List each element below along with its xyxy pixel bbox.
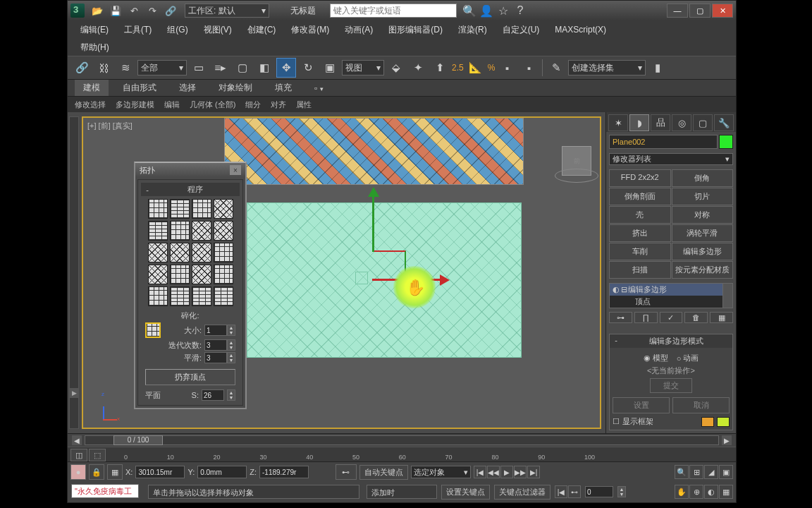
bind-icon[interactable]: ≋ bbox=[116, 58, 135, 78]
menu-create[interactable]: 创建(C) bbox=[240, 22, 283, 38]
x-coord-field[interactable]: 3010.15mr bbox=[135, 466, 185, 478]
trackbar-minicurve-icon[interactable]: ◫ bbox=[70, 449, 87, 461]
topo-pattern-7[interactable] bbox=[192, 221, 211, 241]
topo-pattern-18[interactable] bbox=[170, 286, 190, 306]
topo-pattern-15[interactable] bbox=[192, 265, 211, 284]
ts-next[interactable]: ▶ bbox=[722, 435, 732, 445]
topo-size-field[interactable] bbox=[204, 325, 227, 336]
menu-animation[interactable]: 动画(A) bbox=[338, 22, 380, 38]
stack-unique-icon[interactable]: ✓ bbox=[660, 312, 683, 323]
topo-pattern-14[interactable] bbox=[170, 265, 190, 284]
topo-pattern-16[interactable] bbox=[214, 265, 233, 284]
keyfilter-button[interactable]: 关键点过滤器 bbox=[494, 485, 550, 500]
rollout-title[interactable]: 编辑多边形模式 bbox=[621, 336, 731, 346]
topo-pattern-12[interactable] bbox=[214, 243, 233, 262]
goto-start-icon[interactable]: |◀ bbox=[474, 466, 486, 478]
time-ruler[interactable]: ◫ ⬚ 0 10 20 30 40 50 60 70 80 90 100 bbox=[68, 447, 736, 462]
y-coord-field[interactable]: 0.0mm bbox=[197, 466, 247, 478]
selection-filter-dropdown[interactable]: 全部▾ bbox=[137, 60, 187, 75]
stack-remove-icon[interactable]: 🗑 bbox=[684, 312, 708, 323]
ribbon-panel-edit[interactable]: 编辑 bbox=[160, 98, 184, 111]
mod-btn-sweep[interactable]: 扫描 bbox=[609, 261, 671, 279]
add-time-tag[interactable]: 添加时 bbox=[367, 485, 437, 499]
topo-plane-label[interactable]: 平面 bbox=[145, 390, 161, 401]
mod-btn-ffd[interactable]: FFD 2x2x2 bbox=[609, 169, 671, 187]
stack-item-vertex[interactable]: 顶点 bbox=[635, 296, 651, 307]
mod-btn-turbosmooth[interactable]: 涡轮平滑 bbox=[672, 224, 734, 242]
z-coord-field[interactable]: -1189.279r bbox=[259, 466, 309, 478]
select-region-icon[interactable]: ▢ bbox=[233, 58, 252, 78]
favorite-icon[interactable]: ☆ bbox=[496, 4, 510, 18]
stack-scrollbar[interactable] bbox=[722, 284, 732, 308]
mod-btn-bevelprofile[interactable]: 倒角剖面 bbox=[609, 188, 671, 205]
goto-end-icon[interactable]: ▶| bbox=[527, 466, 540, 478]
plane-object-1[interactable] bbox=[224, 118, 524, 185]
stack-pin-icon[interactable]: ⊶ bbox=[609, 312, 632, 323]
named-selection-dropdown[interactable]: 创建选择集▾ bbox=[568, 60, 646, 75]
cmd-tab-modify-icon[interactable]: ◗ bbox=[629, 114, 649, 131]
mirror-icon[interactable]: ▮ bbox=[648, 58, 668, 78]
ribbon-tab-freeform[interactable]: 自由形式 bbox=[114, 80, 165, 96]
menu-modifier[interactable]: 修改器(M) bbox=[284, 22, 336, 38]
topo-frag-swatch[interactable] bbox=[145, 322, 161, 338]
stack-item-editpoly[interactable]: 编辑多边形 bbox=[628, 284, 667, 295]
pivot-icon[interactable]: ⬙ bbox=[386, 58, 406, 78]
topo-smooth-field[interactable] bbox=[204, 352, 227, 363]
ribbon-panel-geom[interactable]: 几何体 (全部) bbox=[185, 98, 240, 111]
prev-frame-icon[interactable]: ◀◀ bbox=[487, 466, 500, 478]
mod-btn-extrude[interactable]: 挤出 bbox=[609, 224, 671, 242]
settings-button[interactable]: 设置 bbox=[613, 397, 670, 413]
rotate-tool-icon[interactable]: ↻ bbox=[298, 58, 318, 78]
topo-pattern-19[interactable] bbox=[192, 286, 211, 306]
link-icon[interactable]: 🔗 bbox=[162, 3, 179, 18]
ts-thumb[interactable]: 0 / 100 bbox=[113, 435, 163, 445]
scale-tool-icon[interactable]: ▣ bbox=[320, 58, 340, 78]
topo-pattern-9[interactable] bbox=[148, 243, 168, 262]
topo-pattern-5[interactable] bbox=[148, 221, 168, 241]
mod-btn-matbyelem[interactable]: 按元素分配材质 bbox=[672, 261, 734, 279]
menu-group[interactable]: 组(G) bbox=[160, 22, 195, 38]
topo-s-spinner[interactable]: ▲▼ bbox=[227, 389, 235, 401]
keymode-icon[interactable]: ⊷ bbox=[336, 464, 357, 480]
ref-coord-dropdown[interactable]: 视图▾ bbox=[342, 60, 384, 75]
topo-pattern-1[interactable] bbox=[148, 199, 168, 219]
cmd-tab-motion-icon[interactable]: ◎ bbox=[672, 114, 691, 131]
radio-anim[interactable]: ○动画 bbox=[677, 353, 699, 363]
trackbar-keys-icon[interactable]: ⬚ bbox=[89, 449, 106, 461]
nav-orbit-icon[interactable]: ⊕ bbox=[689, 485, 703, 499]
topo-pattern-2[interactable] bbox=[170, 199, 190, 219]
menu-tools[interactable]: 工具(T) bbox=[117, 22, 159, 38]
key-filters-dropdown[interactable]: 选定对象▾ bbox=[411, 466, 471, 478]
redo-icon[interactable]: ↷ bbox=[144, 3, 161, 18]
ribbon-panel-subdiv[interactable]: 细分 bbox=[241, 98, 265, 111]
manip-icon[interactable]: ✦ bbox=[408, 58, 428, 78]
ribbon-overflow[interactable]: ▫ bbox=[306, 81, 332, 95]
cmd-tab-display-icon[interactable]: ▢ bbox=[693, 114, 713, 131]
mod-btn-bevel[interactable]: 倒角 bbox=[672, 169, 734, 187]
time-slider[interactable]: ◀ 0 / 100 ▶ bbox=[68, 434, 736, 447]
topo-pattern-3[interactable] bbox=[192, 199, 211, 219]
coord-display-icon[interactable]: ▦ bbox=[107, 464, 123, 480]
menu-edit[interactable]: 编辑(E) bbox=[73, 22, 116, 38]
save-icon[interactable]: 💾 bbox=[107, 3, 124, 18]
object-name-field[interactable] bbox=[609, 135, 718, 149]
maxscript-listener-field[interactable] bbox=[71, 484, 139, 498]
topo-discard-button[interactable]: 扔弃顶点 bbox=[145, 369, 235, 385]
autokey-button[interactable]: 自动关键点 bbox=[359, 465, 408, 480]
nav-pan-icon[interactable]: ✋ bbox=[675, 485, 689, 499]
modifier-list-dropdown[interactable]: 修改器列表▾ bbox=[609, 153, 733, 165]
snap-angle-icon[interactable]: 📐 bbox=[466, 58, 486, 78]
topo-smooth-spinner[interactable]: ▲▼ bbox=[227, 352, 235, 363]
close-button[interactable]: ✕ bbox=[712, 4, 733, 18]
spinner-snap-icon[interactable]: ▪ bbox=[519, 58, 539, 78]
topo-iter-field[interactable] bbox=[204, 339, 227, 351]
menu-render[interactable]: 渲染(R) bbox=[451, 22, 494, 38]
move-tool-icon[interactable]: ✥ bbox=[276, 58, 296, 78]
app-logo[interactable] bbox=[70, 4, 85, 18]
next-frame-icon[interactable]: ▶▶ bbox=[514, 466, 527, 478]
ts-prev[interactable]: ◀ bbox=[72, 435, 82, 445]
topo-pattern-4[interactable] bbox=[214, 199, 233, 219]
nav-maximize-icon[interactable]: ▦ bbox=[719, 485, 733, 499]
cage-color-2[interactable] bbox=[717, 417, 730, 427]
snap-pct-icon[interactable]: ▪ bbox=[497, 58, 517, 78]
